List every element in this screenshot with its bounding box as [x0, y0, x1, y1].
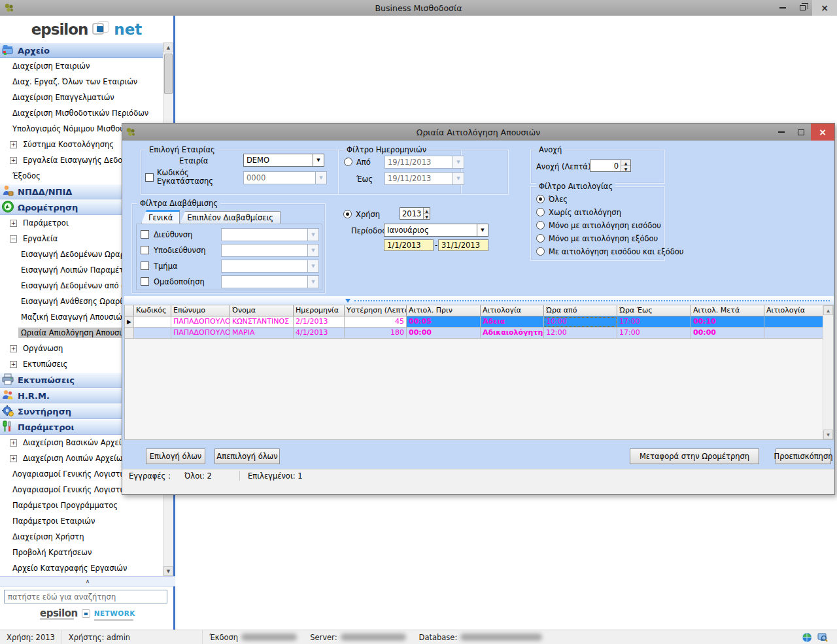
expand-plus-icon[interactable]: + [10, 220, 17, 227]
cell-0-6[interactable]: Άδεια [481, 316, 544, 328]
cell-1-1[interactable]: ΠΑΠΑΔΟΠΟΥΛΟΥ [171, 328, 230, 339]
sidebar-item-31[interactable]: Διαχείριση Χρήστη [0, 529, 165, 545]
cell-0-0[interactable] [134, 316, 171, 328]
spin-up-icon[interactable]: ▲ [621, 160, 630, 166]
sidebar-item-32[interactable]: Προβολή Κρατήσεων [0, 545, 165, 560]
minimize-button[interactable] [773, 0, 793, 16]
expand-plus-icon[interactable]: + [10, 141, 17, 148]
sidebar-group-header-0[interactable]: Αρχείο [0, 42, 165, 58]
scroll-down-icon[interactable]: ▼ [823, 430, 833, 439]
expand-plus-icon[interactable]: + [10, 455, 17, 462]
scroll-up-icon[interactable]: ▲ [163, 42, 173, 52]
grid-header-7[interactable]: Ώρα από [544, 305, 617, 316]
dialog-close-button[interactable]: × [811, 124, 834, 141]
cell-0-5[interactable]: 00:05 [407, 316, 481, 328]
grid-header-2[interactable]: Όνομα [230, 305, 294, 316]
table-row-0[interactable]: ▶ΠΑΠΑΔΟΠΟΥΛΟΣΚΩΝΣΤΑΝΤΙΝΟΣ2/1/20134500:05… [125, 316, 833, 328]
cell-1-6[interactable]: Αδικαιολόγητη [481, 328, 544, 339]
sidebar-item-2[interactable]: Διαχ. Εργαζ. Όλων των Εταιριών [0, 74, 165, 90]
cell-1-8[interactable]: 17:00 [617, 328, 691, 339]
grading-checkbox-2[interactable] [141, 262, 149, 270]
tools-icon [1, 420, 14, 435]
grid-header-0[interactable]: Κωδικός [134, 305, 171, 316]
reason-radio-0[interactable] [536, 195, 545, 203]
cell-0-10[interactable] [764, 316, 824, 328]
dialog-maximize-button[interactable] [791, 124, 811, 141]
expand-plus-icon[interactable]: + [10, 157, 17, 164]
sidebar-collapse-bar[interactable]: ∧ [0, 576, 175, 586]
from-radio[interactable] [344, 158, 352, 166]
grid-header-6[interactable]: Αιτιολογία [481, 305, 544, 316]
sidebar-item-label: Εκτυπώσεις [20, 359, 70, 369]
expand-plus-icon[interactable]: + [10, 439, 17, 447]
cell-0-9[interactable]: 00:10 [691, 316, 764, 328]
company-combobox[interactable]: DEMO ▼ [243, 154, 324, 167]
grading-checkbox-3[interactable] [141, 277, 149, 286]
cell-1-9[interactable]: 00:00 [691, 328, 764, 339]
grid-header-8[interactable]: Ώρα Έως [617, 305, 691, 316]
deselect-all-button[interactable]: Απεπιλογή όλων [214, 449, 280, 464]
cell-1-0[interactable] [134, 328, 171, 339]
spin-up-icon[interactable]: ▲ [424, 208, 430, 214]
reason-radio-label-2: Μόνο με αιτιολόγηση εισόδου [549, 221, 661, 230]
year-radio[interactable] [343, 210, 352, 218]
scroll-up-icon[interactable]: ▲ [823, 305, 833, 315]
close-button[interactable]: × [812, 0, 837, 16]
collapse-minus-icon[interactable]: − [10, 235, 17, 243]
sidebar-item-33[interactable]: Αρχείο Καταγραφής Εργασιών [0, 560, 165, 576]
installation-checkbox[interactable] [145, 173, 154, 182]
cell-1-10[interactable] [764, 328, 824, 339]
cell-0-8[interactable]: 17:00 [617, 316, 691, 328]
cell-1-5[interactable]: 00:00 [407, 328, 481, 339]
cell-1-2[interactable]: ΜΑΡΙΑ [230, 328, 294, 339]
cell-0-2[interactable]: ΚΩΝΣΤΑΝΤΙΝΟΣ [230, 316, 294, 328]
grid-header-10[interactable]: Αιτιολογία [764, 305, 824, 316]
grid-header-9[interactable]: Αιτιολ. Μετά [691, 305, 764, 316]
epsilon-square-icon [92, 21, 109, 38]
cell-0-3[interactable]: 2/1/2013 [294, 316, 345, 328]
grid-header-5[interactable]: Αιτιολ. Πριν [407, 305, 481, 316]
sidebar-item-3[interactable]: Διαχείριση Επαγγελματιών [0, 90, 165, 105]
preview-button[interactable]: Προεπισκόπηση [776, 449, 831, 464]
cell-1-4[interactable]: 180 [345, 328, 407, 339]
grid-header-1[interactable]: Επώνυμο [171, 305, 230, 316]
sidebar-item-1[interactable]: Διαχείριση Εταιριών [0, 58, 165, 74]
reason-radio-3[interactable] [536, 234, 545, 243]
spin-down-icon[interactable]: ▼ [424, 214, 430, 219]
transfer-button[interactable]: Μεταφορά στην Ωρομέτρηση [630, 449, 759, 464]
tab-extra-grading[interactable]: Επιπλέον Διαβαθμίσεις [180, 211, 281, 224]
reason-radio-1[interactable] [536, 208, 545, 216]
search-input[interactable] [4, 590, 167, 603]
chevron-down-icon[interactable]: ▼ [313, 154, 324, 166]
table-row-1[interactable]: ΠΑΠΑΔΟΠΟΥΛΟΥΜΑΡΙΑ4/1/201318000:00Αδικαιο… [125, 328, 833, 339]
cell-0-4[interactable]: 45 [345, 316, 407, 328]
grid-scrollbar[interactable]: ▲ ▼ [823, 305, 833, 439]
cell-1-3[interactable]: 4/1/2013 [294, 328, 345, 339]
spin-down-icon[interactable]: ▼ [621, 166, 630, 171]
sidebar-item-30[interactable]: Παράμετροι Εταιριών [0, 513, 165, 529]
reason-radio-2[interactable] [536, 221, 545, 229]
chevron-down-icon[interactable]: ▼ [477, 224, 488, 236]
cell-0-7[interactable]: 10:00 [544, 316, 617, 328]
cell-0-1[interactable]: ΠΑΠΑΔΟΠΟΥΛΟΣ [171, 316, 230, 328]
year-spinner[interactable]: 2013 ▲▼ [400, 207, 430, 220]
tab-general[interactable]: Γενικά [141, 210, 180, 224]
reason-radio-4[interactable] [536, 247, 545, 256]
period-combobox[interactable]: Ιανουάριος ▼ [384, 224, 488, 237]
tolerance-spinner[interactable]: 0 ▲▼ [590, 160, 631, 172]
expand-plus-icon[interactable]: + [10, 345, 17, 352]
grid-header-4[interactable]: Υστέρηση (Λεπτά) [345, 305, 407, 316]
dialog-minimize-button[interactable] [772, 124, 791, 141]
splitter-bar[interactable] [124, 296, 834, 305]
sidebar-item-4[interactable]: Διαχείριση Μισθοδοτικών Περιόδων [0, 105, 165, 121]
select-all-button[interactable]: Επιλογή όλων [146, 449, 205, 464]
grid-header-3[interactable]: Ημερομηνία [294, 305, 345, 316]
sidebar-item-29[interactable]: Παράμετροι Προγράμματος [0, 498, 165, 513]
grading-checkbox-0[interactable] [141, 230, 149, 239]
expand-plus-icon[interactable]: + [10, 361, 17, 368]
grading-checkbox-1[interactable] [141, 246, 149, 254]
scrollbar-thumb[interactable] [164, 54, 173, 94]
scroll-down-icon[interactable]: ▼ [163, 566, 173, 576]
cell-1-7[interactable]: 12:00 [544, 328, 617, 339]
restore-button[interactable] [793, 0, 812, 16]
